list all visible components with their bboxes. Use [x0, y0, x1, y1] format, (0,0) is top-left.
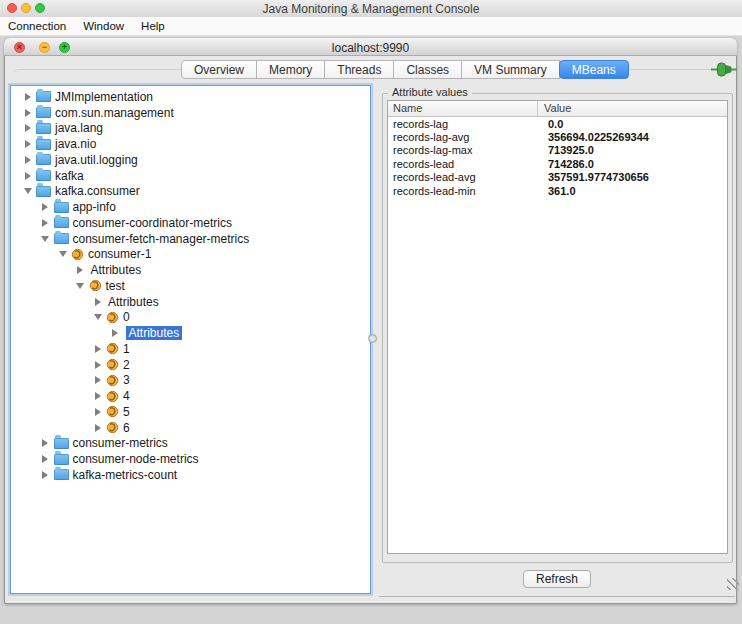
refresh-button[interactable]: Refresh: [523, 570, 591, 588]
tree-item-java-util-logging[interactable]: java.util.logging: [11, 152, 370, 168]
mbean-tree-panel: JMImplementationcom.sun.managementjava.l…: [10, 85, 371, 594]
disclosure-right-icon[interactable]: [109, 329, 122, 337]
menu-window[interactable]: Window: [83, 20, 124, 32]
disclosure-right-icon[interactable]: [21, 140, 34, 148]
disclosure-right-icon[interactable]: [91, 424, 104, 432]
tree-item-consumer-1[interactable]: consumer-1: [11, 247, 370, 263]
attribute-values-title: Attribute values: [388, 86, 472, 98]
tree-item-test[interactable]: test: [11, 278, 370, 294]
tree-item-consumer-fetch-manager-metrics[interactable]: consumer-fetch-manager-metrics: [11, 231, 370, 247]
disclosure-down-icon[interactable]: [91, 314, 104, 320]
disclosure-right-icon[interactable]: [39, 219, 52, 227]
tree-item-kafka-consumer[interactable]: kafka.consumer: [11, 184, 370, 200]
tree-item-label: consumer-metrics: [73, 436, 168, 450]
tree-item-label: 5: [123, 405, 130, 419]
connected-plug-icon: [710, 62, 738, 81]
attribute-row-records-lead-avg[interactable]: records-lead-avg357591.9774730656: [388, 171, 727, 184]
tree-item-consumer-node-metrics[interactable]: consumer-node-metrics: [11, 451, 370, 467]
tree-item-label: Attributes: [108, 295, 159, 309]
disclosure-down-icon[interactable]: [56, 251, 69, 257]
attribute-row-records-lag-max[interactable]: records-lag-max713925.0: [388, 144, 727, 157]
attribute-row-records-lag[interactable]: records-lag0.0: [388, 117, 727, 130]
mbean-icon: [106, 390, 119, 403]
tree-item-0[interactable]: 0: [11, 310, 370, 326]
disclosure-down-icon[interactable]: [21, 188, 34, 194]
folder-icon: [36, 170, 51, 181]
tree-item-kafka-metrics-count[interactable]: kafka-metrics-count: [11, 467, 370, 483]
tree-item-jmimplementation[interactable]: JMImplementation: [11, 89, 370, 105]
attribute-row-records-lag-avg[interactable]: records-lag-avg356694.0225269344: [388, 130, 727, 143]
disclosure-right-icon[interactable]: [91, 376, 104, 384]
tree-item-app-info[interactable]: app-info: [11, 199, 370, 215]
window-title: Java Monitoring & Management Console: [0, 2, 742, 16]
disclosure-right-icon[interactable]: [74, 266, 87, 274]
attribute-row-records-lead[interactable]: records-lead714286.0: [388, 157, 727, 170]
attribute-value: 0.0: [543, 118, 727, 130]
tree-item-java-nio[interactable]: java.nio: [11, 136, 370, 152]
window-titlebar: Java Monitoring & Management Console: [0, 0, 742, 18]
menu-connection[interactable]: Connection: [8, 20, 66, 32]
tree-item-label: kafka: [55, 169, 84, 183]
tab-threads[interactable]: Threads: [324, 60, 394, 79]
tree-item-attributes[interactable]: Attributes: [11, 294, 370, 310]
internal-frame-titlebar[interactable]: × − + localhost:9990: [4, 38, 737, 56]
disclosure-right-icon[interactable]: [21, 93, 34, 101]
disclosure-right-icon[interactable]: [39, 471, 52, 479]
tab-mbeans[interactable]: MBeans: [559, 60, 629, 79]
disclosure-right-icon[interactable]: [21, 172, 34, 180]
tree-item-java-lang[interactable]: java.lang: [11, 121, 370, 137]
tree-item-5[interactable]: 5: [11, 404, 370, 420]
folder-icon: [36, 186, 51, 197]
tab-memory[interactable]: Memory: [256, 60, 325, 79]
tree-item-6[interactable]: 6: [11, 420, 370, 436]
tab-classes[interactable]: Classes: [393, 60, 462, 79]
tree-item-label: 4: [123, 389, 130, 403]
tree-item-attributes[interactable]: Attributes: [11, 262, 370, 278]
disclosure-right-icon[interactable]: [91, 408, 104, 416]
folder-icon: [54, 469, 69, 480]
disclosure-right-icon[interactable]: [91, 361, 104, 369]
disclosure-down-icon[interactable]: [39, 236, 52, 242]
disclosure-right-icon[interactable]: [39, 439, 52, 447]
mbean-icon: [106, 374, 119, 387]
tree-item-label: kafka.consumer: [55, 184, 140, 198]
menu-bar: ConnectionWindowHelp: [0, 17, 742, 36]
tree-item-label: consumer-1: [88, 247, 151, 261]
disclosure-right-icon[interactable]: [39, 203, 52, 211]
disclosure-right-icon[interactable]: [91, 345, 104, 353]
tree-item-consumer-metrics[interactable]: consumer-metrics: [11, 436, 370, 452]
splitter-grip[interactable]: [368, 334, 377, 343]
tree-item-kafka[interactable]: kafka: [11, 168, 370, 184]
column-header-name[interactable]: Name: [388, 101, 537, 116]
column-header-value[interactable]: Value: [537, 101, 727, 116]
disclosure-right-icon[interactable]: [21, 124, 34, 132]
tree-item-3[interactable]: 3: [11, 373, 370, 389]
resize-grip[interactable]: [727, 578, 739, 590]
folder-icon: [54, 202, 69, 213]
tree-item-label: com.sun.management: [55, 106, 174, 120]
disclosure-right-icon[interactable]: [21, 156, 34, 164]
disclosure-right-icon[interactable]: [39, 455, 52, 463]
tree-item-label: consumer-coordinator-metrics: [73, 216, 232, 230]
tree-item-4[interactable]: 4: [11, 388, 370, 404]
tree-item-label: 2: [123, 358, 130, 372]
menu-help[interactable]: Help: [141, 20, 165, 32]
tab-vm-summary[interactable]: VM Summary: [461, 60, 560, 79]
disclosure-down-icon[interactable]: [74, 283, 87, 289]
tree-item-label: 3: [123, 373, 130, 387]
tree-item-1[interactable]: 1: [11, 341, 370, 357]
attribute-name: records-lead-avg: [388, 171, 543, 183]
tree-item-label: 0: [123, 310, 130, 324]
mbean-icon: [71, 248, 84, 261]
tree-item-attributes[interactable]: Attributes: [11, 325, 370, 341]
mbean-icon: [106, 342, 119, 355]
tree-item-consumer-coordinator-metrics[interactable]: consumer-coordinator-metrics: [11, 215, 370, 231]
tree-item-com-sun-management[interactable]: com.sun.management: [11, 105, 370, 121]
attribute-row-records-lead-min[interactable]: records-lead-min361.0: [388, 184, 727, 197]
disclosure-right-icon[interactable]: [91, 298, 104, 306]
tree-item-2[interactable]: 2: [11, 357, 370, 373]
disclosure-right-icon[interactable]: [21, 109, 34, 117]
tab-overview[interactable]: Overview: [181, 60, 257, 79]
folder-icon: [36, 123, 51, 134]
disclosure-right-icon[interactable]: [91, 392, 104, 400]
